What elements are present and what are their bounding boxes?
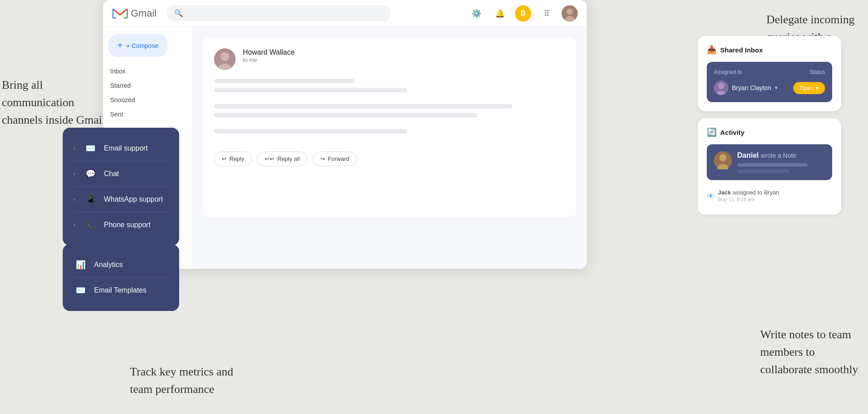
- analytics-icon: 📊: [73, 258, 88, 272]
- shared-inbox-panel: 📥 Shared Inbox Assigned to Status: [698, 36, 841, 111]
- sender-info: Howard Wallace to me: [243, 48, 565, 63]
- feature-divider-3: [73, 212, 168, 212]
- feature-divider-2: [73, 186, 168, 187]
- sender-avatar: [214, 48, 236, 70]
- user-avatar-img: [562, 5, 578, 22]
- email-view: Howard Wallace to me ↩ Repl: [193, 27, 587, 269]
- content-line-1: [214, 79, 355, 83]
- feature-item-phone[interactable]: › 📞 Phone support: [73, 213, 168, 237]
- phone-label: Phone support: [104, 221, 150, 229]
- reply-all-icon: ↩↩: [265, 155, 275, 162]
- settings-icon[interactable]: ⚙️: [468, 5, 485, 22]
- activity-panel: 🔄 Activity Daniel wrote a Note: [698, 118, 841, 215]
- annotation-bottom-left: Track key metrics and team performance: [130, 363, 233, 398]
- assign-avatar: [714, 81, 728, 95]
- whatsapp-icon: 📱: [83, 192, 98, 207]
- search-icon: 🔍: [174, 9, 183, 17]
- feature-item-email-templates[interactable]: ✉️ Email Templates: [73, 279, 168, 302]
- email-sender-row: Howard Wallace to me: [214, 48, 565, 70]
- sidebar-item-starred[interactable]: Starred: [103, 78, 192, 93]
- activity-text: Daniel wrote a Note: [737, 151, 825, 173]
- svg-point-12: [718, 83, 724, 89]
- feature-item-whatsapp[interactable]: › 📱 WhatsApp support: [73, 188, 168, 211]
- email-templates-icon: ✉️: [73, 283, 88, 298]
- search-input[interactable]: [187, 10, 384, 17]
- reply-all-button[interactable]: ↩↩ Reply all: [257, 151, 307, 166]
- svg-point-9: [220, 52, 229, 61]
- svg-point-6: [567, 9, 573, 15]
- activity-line2: [737, 169, 790, 173]
- feature-item-email-support[interactable]: › ✉️ Email support: [73, 137, 168, 160]
- chat-icon: 💬: [83, 167, 98, 181]
- activity-secondary-text: Jack assigned to Bryan: [718, 189, 779, 196]
- assigned-to-label: Assigned to: [714, 69, 742, 75]
- activity-secondary-icon: 📧: [707, 192, 714, 199]
- activity-title: 🔄 Activity: [707, 127, 832, 137]
- feature-divider-1: [73, 161, 168, 161]
- annotation-left: Bring all communication channels inside …: [2, 76, 105, 129]
- activity-line1: [737, 163, 808, 167]
- forward-button[interactable]: ↪ Forward: [313, 151, 357, 166]
- activity-user-row: Daniel wrote a Note: [714, 151, 825, 173]
- assignee-name: Bryan Clayton: [732, 84, 771, 91]
- feature-card-analytics: 📊 Analytics ✉️ Email Templates: [63, 244, 179, 311]
- gmail-header: Gmail 🔍 ⚙️ 🔔 B ⠿: [103, 0, 587, 27]
- header-icons: ⚙️ 🔔 B ⠿: [468, 5, 578, 22]
- activity-secondary-info: Jack assigned to Bryan May 11, 8:15 am: [718, 189, 779, 202]
- phone-icon: 📞: [83, 218, 98, 232]
- activity-user-name: Daniel: [737, 151, 759, 159]
- compose-plus-icon: +: [117, 40, 123, 51]
- feature-item-analytics[interactable]: 📊 Analytics: [73, 253, 168, 276]
- gmail-title: Gmail: [131, 8, 156, 19]
- email-support-icon: ✉️: [83, 141, 98, 155]
- user-badge-icon[interactable]: B: [515, 5, 531, 22]
- activity-avatar: [714, 151, 732, 169]
- reply-icon: ↩: [222, 155, 227, 162]
- email-support-chevron-icon: ›: [73, 145, 75, 151]
- email-support-label: Email support: [104, 144, 148, 152]
- bell-icon[interactable]: 🔔: [492, 5, 508, 22]
- annotation-bottom-right: Write notes to team members to collabora…: [760, 326, 858, 378]
- sidebar-item-inbox[interactable]: Inbox: [103, 64, 192, 78]
- whatsapp-label: WhatsApp support: [104, 195, 163, 203]
- gmail-m-icon: [112, 7, 128, 20]
- activity-card: Daniel wrote a Note: [707, 144, 832, 180]
- gmail-search-bar[interactable]: 🔍: [167, 5, 391, 21]
- activity-icon: 🔄: [707, 127, 717, 137]
- phone-chevron-icon: ›: [73, 222, 75, 228]
- compose-label: + Compose: [126, 42, 159, 49]
- shared-inbox-title: 📥 Shared Inbox: [707, 45, 832, 55]
- inbox-icon: 📥: [707, 45, 717, 55]
- feature-card-support: › ✉️ Email support › 💬 Chat › 📱 WhatsApp…: [63, 128, 179, 246]
- status-chevron-icon: ▾: [816, 85, 819, 91]
- status-button[interactable]: Open ▾: [793, 82, 825, 94]
- feature-item-chat[interactable]: › 💬 Chat: [73, 162, 168, 185]
- compose-button[interactable]: + + Compose: [108, 34, 168, 57]
- content-line-3: [214, 104, 512, 108]
- gmail-logo: Gmail: [112, 7, 156, 20]
- chat-label: Chat: [104, 170, 119, 178]
- email-actions: ↩ Reply ↩↩ Reply all ↪ Forward: [214, 151, 565, 166]
- activity-action: wrote a Note: [761, 152, 796, 159]
- sidebar-item-snoozed[interactable]: Snoozed: [103, 93, 192, 107]
- email-card: Howard Wallace to me ↩ Repl: [203, 38, 576, 217]
- avatar[interactable]: [562, 5, 578, 22]
- forward-icon: ↪: [320, 155, 325, 162]
- whatsapp-chevron-icon: ›: [73, 196, 75, 203]
- shared-inbox-labels: Assigned to Status: [714, 69, 825, 75]
- activity-secondary: 📧 Jack assigned to Bryan May 11, 8:15 am: [707, 185, 832, 206]
- email-content: [214, 79, 565, 134]
- feature-divider-4: [73, 277, 168, 278]
- status-label: Status: [810, 69, 825, 75]
- chat-chevron-icon: ›: [73, 171, 75, 177]
- sidebar-item-sent[interactable]: Sent: [103, 107, 192, 121]
- content-line-5: [214, 129, 407, 134]
- grid-icon[interactable]: ⠿: [538, 5, 554, 22]
- shared-inbox-card: Assigned to Status Bryan Clayton ▾: [707, 62, 832, 102]
- reply-button[interactable]: ↩ Reply: [214, 151, 252, 166]
- content-line-2: [214, 88, 407, 92]
- email-templates-label: Email Templates: [94, 286, 146, 294]
- assign-row: Bryan Clayton ▾: [714, 81, 778, 95]
- analytics-label: Analytics: [94, 261, 123, 269]
- assignee-chevron-icon[interactable]: ▾: [775, 85, 778, 91]
